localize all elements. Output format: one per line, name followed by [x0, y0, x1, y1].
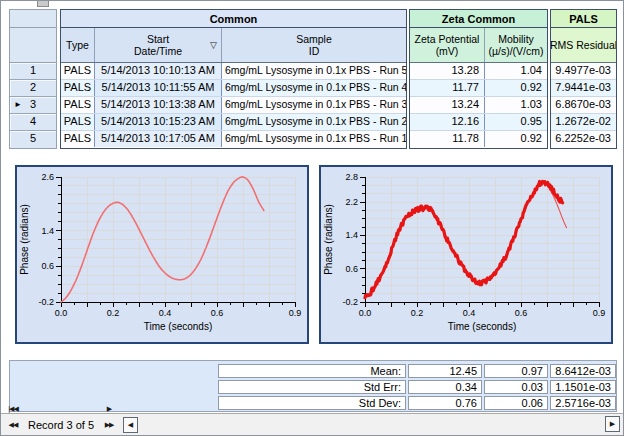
last-record-button[interactable]: ▶▶|	[101, 433, 117, 436]
cell-zeta-potential[interactable]: 11.77	[410, 80, 484, 96]
stats-label: Mean:	[218, 364, 406, 378]
grid-corner-cell[interactable]	[10, 10, 56, 28]
row-header-column: 123►45	[9, 9, 57, 149]
cell-mobility[interactable]: 0.92	[484, 80, 547, 96]
cell-sample-id[interactable]: 6mg/mL Lysosyme in 0.1x PBS - Run 5	[221, 63, 406, 79]
stats-mobility-value: 0.03	[484, 380, 548, 394]
svg-text:0.9: 0.9	[289, 308, 302, 318]
col-header-zeta-potential[interactable]: Zeta Potential (mV)	[410, 28, 484, 62]
svg-text:0.2: 0.2	[107, 308, 120, 318]
table-row: 11.770.92	[410, 79, 547, 96]
cell-mobility[interactable]: 0.95	[484, 114, 547, 130]
table-row: PALS5/14/2013 10:10:13 AM6mg/mL Lysosyme…	[61, 63, 406, 79]
cell-start-datetime[interactable]: 5/14/2013 10:11:55 AM	[94, 80, 221, 96]
record-position-label: Record 3 of 5	[21, 419, 101, 431]
cell-start-datetime[interactable]: 5/14/2013 10:15:23 AM	[94, 114, 221, 130]
col-header-start-datetime[interactable]: Start Date/Time ▽	[94, 28, 221, 62]
table-row: 12.160.95	[410, 113, 547, 130]
svg-text:Phase (radians): Phase (radians)	[19, 204, 30, 275]
table-row: 11.780.92	[410, 130, 547, 147]
table-row: 6.8670e-03	[551, 96, 616, 113]
stats-rms-value: 8.6412e-03	[550, 364, 616, 378]
forward-records-button[interactable]: ▶▶	[101, 417, 117, 433]
cell-zeta-potential[interactable]: 13.28	[410, 63, 484, 79]
table-row: PALS5/14/2013 10:17:05 AM6mg/mL Lysosyme…	[61, 130, 406, 147]
cell-sample-id[interactable]: 6mg/mL Lysosyme in 0.1x PBS - Run 4	[221, 80, 406, 96]
cell-type[interactable]: PALS	[61, 97, 94, 113]
cell-rms-residual[interactable]: 6.8670e-03	[551, 97, 616, 113]
svg-text:2.2: 2.2	[345, 197, 358, 207]
cell-zeta-potential[interactable]: 13.24	[410, 97, 484, 113]
cell-sample-id[interactable]: 6mg/mL Lysosyme in 0.1x PBS - Run 1	[221, 131, 406, 147]
cell-mobility[interactable]: 1.03	[484, 97, 547, 113]
table-row: PALS5/14/2013 10:15:23 AM6mg/mL Lysosyme…	[61, 113, 406, 130]
stats-rms-value: 1.1501e-03	[550, 380, 616, 394]
cell-sample-id[interactable]: 6mg/mL Lysosyme in 0.1x PBS - Run 2	[221, 114, 406, 130]
svg-text:0.0: 0.0	[359, 308, 372, 318]
col-header-mobility[interactable]: Mobility (µ/s)/(V/cm)	[484, 28, 547, 62]
table-row: PALS5/14/2013 10:11:55 AM6mg/mL Lysosyme…	[61, 79, 406, 96]
cell-mobility[interactable]: 1.04	[484, 63, 547, 79]
cell-zeta-potential[interactable]: 11.78	[410, 131, 484, 147]
cell-start-datetime[interactable]: 5/14/2013 10:13:38 AM	[94, 97, 221, 113]
table-row: 1.2672e-02	[551, 113, 616, 130]
stats-label: Std Dev:	[218, 396, 406, 410]
stats-label: Std Err:	[218, 380, 406, 394]
stats-rms-value: 2.5716e-03	[550, 396, 616, 410]
table-row: 9.4977e-03	[551, 63, 616, 79]
phase-plot-measured-svg: 0.00.20.40.60.9-0.20.61.42.22.8Time (sec…	[321, 167, 611, 342]
cell-mobility[interactable]: 0.92	[484, 131, 547, 147]
cell-sample-id[interactable]: 6mg/mL Lysosyme in 0.1x PBS - Run 3	[221, 97, 406, 113]
scroll-right-button[interactable]: ▶	[605, 416, 620, 432]
sort-descending-icon: ▽	[210, 39, 217, 51]
svg-text:Time (seconds): Time (seconds)	[448, 321, 517, 332]
svg-text:2.6: 2.6	[41, 172, 54, 182]
cell-start-datetime[interactable]: 5/14/2013 10:17:05 AM	[94, 131, 221, 147]
pals-section: PALS RMS Residual 9.4977e-037.9441e-036.…	[550, 9, 617, 149]
splitter-grip[interactable]	[37, 1, 49, 7]
col-header-sample-id[interactable]: Sample ID	[221, 28, 406, 62]
col-header-type[interactable]: Type	[61, 28, 94, 62]
stats-mobility-value: 0.06	[484, 396, 548, 410]
svg-text:0.6: 0.6	[211, 308, 224, 318]
cell-type[interactable]: PALS	[61, 63, 94, 79]
group-header-pals: PALS	[551, 10, 616, 28]
group-header-common: Common	[61, 10, 406, 28]
cell-start-datetime[interactable]: 5/14/2013 10:10:13 AM	[94, 63, 221, 79]
table-row: 6.2252e-03	[551, 130, 616, 147]
stats-zeta-value: 12.45	[408, 364, 482, 378]
svg-text:-0.2: -0.2	[342, 297, 358, 307]
next-record-button[interactable]: ▶	[101, 401, 117, 417]
stats-row: Std Err:0.340.031.1501e-03	[10, 380, 616, 394]
scroll-left-button[interactable]: ◀	[123, 417, 138, 433]
svg-text:2.8: 2.8	[345, 172, 358, 182]
cell-type[interactable]: PALS	[61, 80, 94, 96]
row-header-cell[interactable]: 2	[10, 79, 56, 96]
first-record-button[interactable]: |◀◀	[5, 401, 21, 417]
cell-rms-residual[interactable]: 7.9441e-03	[551, 80, 616, 96]
row-header-cell[interactable]: 1	[10, 63, 56, 79]
svg-text:0.6: 0.6	[41, 261, 54, 271]
table-row: 7.9441e-03	[551, 79, 616, 96]
cell-rms-residual[interactable]: 1.2672e-02	[551, 114, 616, 130]
svg-text:1.4: 1.4	[41, 226, 54, 236]
cell-rms-residual[interactable]: 9.4977e-03	[551, 63, 616, 79]
rewind-records-button[interactable]: ◀◀	[5, 417, 21, 433]
cell-type[interactable]: PALS	[61, 114, 94, 130]
record-navigator-bar: |◀◀◀◀◀ Record 3 of 5 ▶▶▶▶▶| ◀ ▶	[1, 413, 623, 435]
zeta-results-window: 123►45 Common Type Start Date/Time ▽ Sam…	[0, 0, 624, 436]
row-header-cell[interactable]: 4	[10, 113, 56, 130]
svg-text:0.6: 0.6	[345, 264, 358, 274]
current-record-icon: ►	[14, 97, 22, 112]
cell-zeta-potential[interactable]: 12.16	[410, 114, 484, 130]
stats-row: Mean:12.450.978.6412e-03	[10, 364, 616, 378]
table-row: 13.281.04	[410, 63, 547, 79]
row-header-cell[interactable]: 5	[10, 130, 56, 147]
col-header-rms-residual[interactable]: RMS Residual	[551, 28, 616, 62]
cell-rms-residual[interactable]: 6.2252e-03	[551, 131, 616, 147]
svg-text:0.4: 0.4	[159, 308, 172, 318]
phase-plot-smooth-svg: 0.00.20.40.60.9-0.20.61.42.6Time (second…	[17, 167, 307, 342]
previous-record-button[interactable]: ◀	[5, 433, 21, 436]
cell-type[interactable]: PALS	[61, 131, 94, 147]
row-header-cell[interactable]: 3►	[10, 96, 56, 113]
